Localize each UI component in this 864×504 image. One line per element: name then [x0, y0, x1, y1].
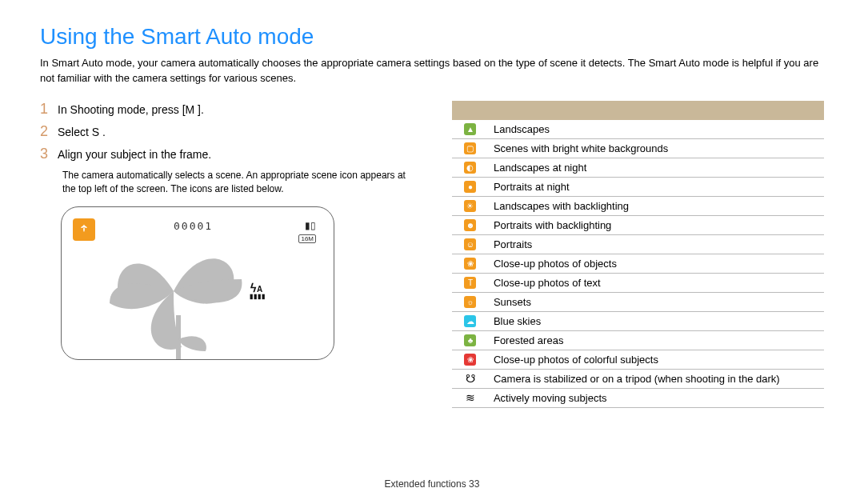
step-2: 2 Select S .	[40, 123, 420, 141]
top-right-indicators: ▮▯ 16M	[298, 220, 316, 245]
table-row: ☻Portraits with backlighting	[452, 216, 824, 235]
scene-icon: ☻	[464, 219, 476, 231]
step-3-subtext: The camera automatically selects a scene…	[62, 169, 420, 197]
scene-icon-cell: T	[452, 277, 489, 289]
scene-icon-cell: ▲	[452, 123, 489, 135]
scene-icon-cell: ♣	[452, 334, 489, 346]
scene-icon: ☺	[464, 238, 476, 250]
scene-description: Portraits with backlighting	[489, 219, 824, 231]
table-row: ▲Landscapes	[452, 120, 824, 139]
scene-icon-cell: ≋	[452, 391, 489, 404]
scene-icon-cell: ☁	[452, 315, 489, 327]
scene-description: Portraits	[489, 238, 824, 250]
scene-description: Landscapes with backlighting	[489, 200, 824, 212]
footer-page-number: 33	[469, 478, 479, 490]
frame-counter: 00001	[174, 220, 213, 232]
table-row: ☼Sunsets	[452, 293, 824, 312]
scene-icon: ❀	[464, 258, 476, 270]
manual-page: Using the Smart Auto mode In Smart Auto …	[0, 0, 864, 504]
table-row: ☀Landscapes with backlighting	[452, 197, 824, 216]
table-row: ☋Camera is stabilized or on a tripod (wh…	[452, 370, 824, 389]
scene-description: Close-up photos of colorful subjects	[489, 354, 824, 366]
scene-icon-cell: ☺	[452, 238, 489, 250]
step-list: 1 In Shooting mode, press [M ]. 2 Select…	[40, 101, 420, 197]
page-title: Using the Smart Auto mode	[40, 24, 824, 50]
step-number: 1	[40, 101, 58, 118]
scene-icon: ☼	[464, 296, 476, 308]
scene-icon: T	[464, 277, 476, 289]
table-row: ☺Portraits	[452, 235, 824, 254]
scene-icon-cell: ☋	[452, 372, 489, 385]
table-row: ◐Landscapes at night	[452, 158, 824, 178]
icon-table: ▲Landscapes▢Scenes with bright white bac…	[452, 101, 824, 408]
scene-icon-cell: ☻	[452, 219, 489, 231]
scene-description: Close-up photos of text	[489, 277, 824, 289]
page-footer: Extended functions 33	[0, 478, 864, 490]
scene-icon-cell: ❀	[452, 354, 489, 366]
svg-rect-0	[176, 315, 181, 359]
scene-description: Close-up photos of objects	[489, 258, 824, 270]
scene-icon-cell: ◐	[452, 162, 489, 174]
resolution-badge: 16M	[298, 234, 316, 243]
scene-icon: ☁	[464, 315, 476, 327]
scene-icon-cell: ●	[452, 181, 489, 193]
table-header	[452, 101, 824, 120]
content-columns: 1 In Shooting mode, press [M ]. 2 Select…	[40, 101, 824, 408]
table-row: ▢Scenes with bright white backgrounds	[452, 139, 824, 158]
scene-icon: ♣	[464, 334, 476, 346]
scene-icon: ❀	[464, 354, 476, 366]
table-row: ❀Close-up photos of objects	[452, 254, 824, 274]
scene-description: Blue skies	[489, 315, 824, 327]
scene-icon: ≋	[466, 391, 475, 404]
scene-description: Camera is stabilized or on a tripod (whe…	[489, 373, 824, 385]
scene-description: Sunsets	[489, 296, 824, 308]
flower-illustration	[86, 235, 262, 360]
footer-section: Extended functions	[385, 478, 466, 490]
scene-description: Portraits at night	[489, 181, 824, 193]
table-row: ●Portraits at night	[452, 178, 824, 197]
scene-icon: ☀	[464, 200, 476, 212]
table-row: ☁Blue skies	[452, 312, 824, 331]
scene-description: Actively moving subjects	[489, 392, 824, 404]
scene-description: Forested areas	[489, 334, 824, 346]
table-row: ❀Close-up photos of colorful subjects	[452, 350, 824, 370]
intro-paragraph: In Smart Auto mode, your camera automati…	[40, 56, 824, 86]
table-row: ≋Actively moving subjects	[452, 389, 824, 408]
scene-icon: ▲	[464, 123, 476, 135]
battery-icon: ▮▯	[305, 220, 316, 231]
step-number: 2	[40, 123, 58, 140]
scene-icon-cell: ☀	[452, 200, 489, 212]
scene-icon: ▢	[464, 142, 476, 154]
step-text: Align your subject in the frame.	[58, 146, 420, 163]
step-1: 1 In Shooting mode, press [M ].	[40, 101, 420, 118]
scene-icon-cell: ❀	[452, 258, 489, 270]
step-text: In Shooting mode, press [M ].	[58, 101, 420, 118]
scene-icon-cell: ☼	[452, 296, 489, 308]
scene-icon: ●	[464, 181, 476, 193]
step-text: Select S .	[58, 123, 420, 141]
scene-description: Scenes with bright white backgrounds	[489, 142, 824, 154]
scene-description: Landscapes at night	[489, 162, 824, 174]
scene-icon: ☋	[466, 372, 475, 385]
scene-icon: ◐	[464, 162, 476, 174]
step-number: 3	[40, 146, 58, 162]
camera-preview-screen: 00001 ▮▯ 16M ϟA ▮▮▮▮	[61, 206, 334, 360]
left-column: 1 In Shooting mode, press [M ]. 2 Select…	[40, 101, 420, 360]
table-row: TClose-up photos of text	[452, 274, 824, 293]
step-3: 3 Align your subject in the frame.	[40, 146, 420, 163]
scene-description: Landscapes	[489, 123, 824, 135]
table-row: ♣Forested areas	[452, 331, 824, 350]
scene-icon-cell: ▢	[452, 142, 489, 154]
